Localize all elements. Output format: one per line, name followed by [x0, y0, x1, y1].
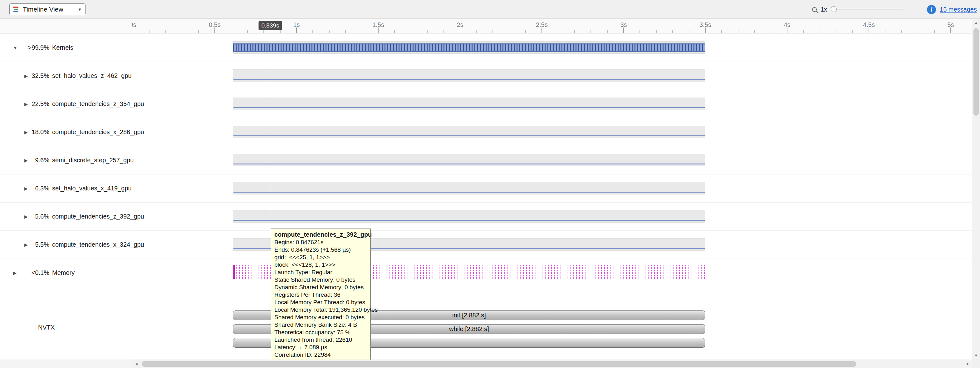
time-ruler-scale[interactable]: 0s 0.5s 1s 1.5s 2s 2.5s 3s 3.5s 4s 4.5s …: [132, 19, 972, 33]
kernel-track-5[interactable]: [233, 182, 705, 194]
expand-closed-icon[interactable]: ▶: [24, 74, 31, 78]
toolbar-right-controls: 1x i 15 messages: [812, 0, 977, 19]
tooltip-line: Latency: ←7.089 µs: [274, 344, 368, 351]
horizontal-scrollbar[interactable]: ◄ ►: [132, 360, 972, 368]
row-percent: 6.3%: [31, 185, 49, 192]
row-name: compute_tendencies_x_324_gpu: [52, 241, 144, 248]
kernel-track-4[interactable]: [233, 154, 705, 166]
ruler-tick-label: 4s: [784, 21, 790, 29]
ruler-tick-label: 5s: [947, 21, 954, 29]
zoom-slider-track[interactable]: [831, 9, 903, 10]
expand-closed-icon[interactable]: ▶: [24, 186, 31, 191]
tooltip-line: Theoretical occupancy: 75 %: [274, 329, 368, 336]
zoom-magnifier-icon: [812, 7, 817, 12]
sidebar-item-memory[interactable]: ▶ <0.1% Memory: [0, 259, 132, 287]
expand-closed-icon[interactable]: ▶: [24, 102, 31, 107]
sidebar-item-kernel-4[interactable]: ▶ 9.6% semi_discrete_step_257_gpu: [0, 146, 132, 174]
expand-closed-icon[interactable]: ▶: [24, 158, 31, 163]
scroll-up-icon[interactable]: ▲: [972, 19, 980, 27]
sidebar-item-kernel-3[interactable]: ▶ 18.0% compute_tendencies_x_286_gpu: [0, 118, 132, 146]
row-name: compute_tendencies_z_392_gpu: [52, 213, 144, 220]
zoom-slider-thumb[interactable]: [831, 6, 837, 12]
timeline-main: ▼ >99.9% Kernels ▶ 32.5% set_halo_values…: [0, 34, 980, 360]
row-percent: 9.6%: [31, 157, 49, 164]
scroll-down-icon[interactable]: ▼: [972, 352, 980, 360]
nvtx-range-label: init [2.882 s]: [452, 312, 486, 319]
sidebar-item-kernel-6[interactable]: ▶ 5.6% compute_tendencies_z_392_gpu: [0, 203, 132, 231]
sidebar-item-kernels[interactable]: ▼ >99.9% Kernels: [0, 34, 132, 62]
chevron-down-icon[interactable]: ▼: [74, 4, 85, 15]
row-percent: 22.5%: [31, 100, 49, 107]
sidebar-item-kernel-1[interactable]: ▶ 32.5% set_halo_values_z_462_gpu: [0, 62, 132, 90]
tooltip-line: Shared Memory executed: 0 bytes: [274, 314, 368, 321]
nvtx-range-label: while [2.882 s]: [449, 325, 489, 333]
row-name: compute_tendencies_z_354_gpu: [52, 100, 144, 107]
kernel-track-2[interactable]: [233, 98, 705, 110]
kernel-track-6[interactable]: [233, 210, 705, 222]
ruler-tick-label: 3.5s: [699, 21, 711, 29]
tooltip-line: Shared Memory Bank Size: 4 B: [274, 321, 368, 329]
tooltip-line: Launch Type: Regular: [274, 269, 368, 276]
timeline-tracks: init [2.882 s] while [2.882 s]: [132, 34, 972, 360]
tooltip-line: Local Memory Per Thread: 0 bytes: [274, 299, 368, 306]
messages-link[interactable]: 15 messages: [940, 6, 977, 13]
view-selector-dropdown[interactable]: Timeline View ▼: [10, 3, 86, 15]
bottom-left-filler: [0, 360, 132, 368]
expand-closed-icon[interactable]: ▶: [13, 270, 20, 275]
toolbar: Timeline View ▼ 1x i 15 messages: [0, 0, 980, 19]
tooltip-line: Dynamic Shared Memory: 0 bytes: [274, 283, 368, 291]
vertical-scrollbar[interactable]: ▲ ▼: [972, 19, 980, 360]
tooltip-line: Registers Per Thread: 36: [274, 291, 368, 299]
ruler-tick-label: 2.5s: [536, 21, 548, 29]
sidebar-item-nvtx[interactable]: NVTX: [38, 324, 55, 331]
zoom-slider[interactable]: [831, 6, 903, 13]
ruler-tick-label: 0s: [132, 21, 137, 29]
timeline-cursor-badge[interactable]: 0.839s: [258, 21, 282, 30]
tooltip-line: Static Shared Memory: 0 bytes: [274, 276, 368, 283]
sidebar-item-kernel-7[interactable]: ▶ 5.5% compute_tendencies_x_324_gpu: [0, 231, 132, 259]
row-name: set_halo_values_z_462_gpu: [52, 72, 132, 79]
row-name: set_halo_values_x_419_gpu: [52, 185, 132, 192]
tooltip-line: grid: <<<25, 1, 1>>>: [274, 254, 368, 261]
memory-activity-start-mark: [233, 265, 235, 279]
info-icon[interactable]: i: [927, 5, 936, 14]
scroll-left-icon[interactable]: ◄: [132, 360, 140, 368]
horizontal-scrollbar-thumb[interactable]: [142, 361, 856, 367]
vertical-scrollbar-thumb[interactable]: [974, 28, 979, 116]
tooltip-line: Launched from thread: 22610: [274, 336, 368, 344]
tooltip-line: block: <<<128, 1, 1>>>: [274, 261, 368, 269]
sidebar-item-kernel-5[interactable]: ▶ 6.3% set_halo_values_x_419_gpu: [0, 174, 132, 203]
expand-open-icon[interactable]: ▼: [13, 45, 20, 50]
kernel-track-3[interactable]: [233, 126, 705, 138]
ruler-tick-label: 0.5s: [209, 21, 221, 29]
scrollbar-corner: [972, 360, 980, 368]
row-percent: 18.0%: [31, 128, 49, 136]
nsight-timeline-window: Timeline View ▼ 1x i 15 messages 0s 0.5s…: [0, 0, 980, 368]
row-name: Memory: [52, 269, 75, 277]
row-percent: 5.5%: [31, 241, 49, 248]
tooltip-line: Ends: 0.847623s (+1.568 µs): [274, 246, 368, 254]
tooltip-line: Local Memory Total: 191,365,120 bytes: [274, 306, 368, 314]
expand-closed-icon[interactable]: ▶: [24, 214, 31, 219]
kernel-track-1[interactable]: [233, 69, 705, 82]
kernels-activity-bar[interactable]: [233, 43, 705, 51]
ruler-tick-label: 3s: [620, 21, 627, 29]
tooltip-title: compute_tendencies_z_392_gpu: [274, 231, 368, 238]
row-percent: <0.1%: [20, 269, 49, 277]
sidebar-item-kernel-2[interactable]: ▶ 22.5% compute_tendencies_z_354_gpu: [0, 90, 132, 118]
ruler-tick-label: 2s: [457, 21, 463, 29]
timeline-cursor-line[interactable]: [270, 34, 270, 360]
time-ruler[interactable]: 0s 0.5s 1s 1.5s 2s 2.5s 3s 3.5s 4s 4.5s …: [0, 19, 980, 34]
tooltip-line: Correlation ID: 22984: [274, 351, 368, 358]
row-name: semi_discrete_step_257_gpu: [52, 157, 134, 164]
ruler-tick-label: 4.5s: [863, 21, 875, 29]
row-tree-sidebar: ▼ >99.9% Kernels ▶ 32.5% set_halo_values…: [0, 34, 132, 360]
kernels-summary-track[interactable]: [233, 41, 705, 54]
expand-closed-icon[interactable]: ▶: [24, 130, 31, 135]
zoom-level-label: 1x: [821, 6, 827, 13]
row-percent: 32.5%: [31, 72, 49, 79]
row-percent: >99.9%: [20, 44, 49, 51]
scroll-right-icon[interactable]: ►: [964, 360, 972, 368]
ruler-tick-label: 1.5s: [372, 21, 384, 29]
expand-closed-icon[interactable]: ▶: [24, 242, 31, 247]
